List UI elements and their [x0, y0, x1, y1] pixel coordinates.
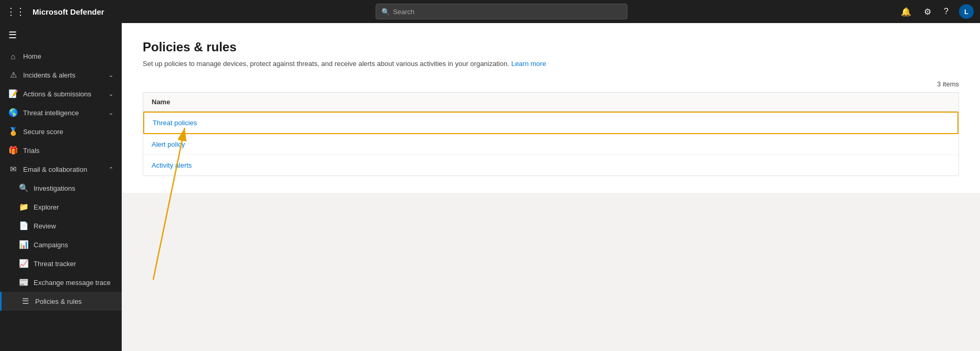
table-header: Name	[143, 93, 958, 112]
sidebar-label-email: Email & collaboration	[23, 166, 103, 173]
incidents-icon: ⚠	[8, 70, 18, 80]
chevron-down-icon-threat: ⌄	[109, 109, 113, 116]
brand-name: Microsoft Defender	[33, 7, 104, 16]
sidebar-label-incidents: Incidents & alerts	[23, 71, 103, 79]
sidebar-item-secure-score[interactable]: 🏅 Secure score	[0, 122, 122, 141]
sidebar-label-explorer: Explorer	[34, 203, 113, 211]
chevron-down-icon: ⌄	[109, 72, 113, 79]
sidebar-item-trials[interactable]: 🎁 Trials	[0, 141, 122, 160]
investigations-icon: 🔍	[19, 183, 28, 193]
sidebar-label-investigations: Investigations	[34, 184, 113, 192]
row-cell-alert-policy: Alert policy	[152, 140, 185, 148]
column-header-name: Name	[152, 98, 170, 106]
trials-icon: 🎁	[8, 146, 18, 155]
explorer-icon: 📁	[19, 202, 28, 212]
sidebar-item-threat-tracker[interactable]: 📈 Threat tracker	[0, 254, 122, 273]
topbar: ⋮⋮ Microsoft Defender 🔍 🔔 ⚙ ? L	[0, 0, 980, 23]
avatar[interactable]: L	[959, 4, 974, 19]
search-container: 🔍	[140, 4, 863, 19]
sidebar-label-review: Review	[34, 222, 113, 230]
main-wrapper: Policies & rules Set up policies to mana…	[122, 23, 980, 351]
sidebar-item-investigations[interactable]: 🔍 Investigations	[0, 179, 122, 198]
notification-button[interactable]: 🔔	[899, 5, 913, 19]
table-row-alert-policy[interactable]: Alert policy	[143, 134, 958, 155]
table-row-activity-alerts[interactable]: Activity alerts	[143, 155, 958, 176]
sidebar-item-incidents[interactable]: ⚠ Incidents & alerts ⌄	[0, 65, 122, 84]
sidebar-label-policies: Policies & rules	[35, 298, 113, 305]
sidebar-label-home: Home	[23, 52, 113, 60]
home-icon: ⌂	[8, 52, 18, 61]
exchange-icon: 📰	[19, 278, 28, 287]
sidebar-item-threat-intel[interactable]: 🌎 Threat intelligence ⌄	[0, 103, 122, 122]
search-box[interactable]: 🔍	[376, 4, 627, 19]
sidebar-item-email-collab[interactable]: ✉ Email & collaboration ⌃	[0, 160, 122, 179]
threat-tracker-icon: 📈	[19, 259, 28, 268]
row-cell-activity-alerts: Activity alerts	[152, 161, 192, 169]
topbar-actions: 🔔 ⚙ ? L	[899, 4, 974, 19]
secure-score-icon: 🏅	[8, 127, 18, 136]
sidebar-item-exchange[interactable]: 📰 Exchange message trace	[0, 273, 122, 292]
campaigns-icon: 📊	[19, 240, 28, 249]
sidebar-label-threat-tracker: Threat tracker	[34, 260, 113, 268]
review-icon: 📄	[19, 221, 28, 231]
learn-more-link[interactable]: Learn more	[511, 60, 546, 68]
policy-table: Name Threat policies Alert policy Activi…	[143, 92, 959, 176]
sidebar-item-actions[interactable]: 📝 Actions & submissions ⌄	[0, 84, 122, 103]
main-content: Policies & rules Set up policies to mana…	[122, 23, 980, 193]
chevron-up-icon: ⌃	[109, 166, 113, 173]
sidebar-label-exchange: Exchange message trace	[34, 279, 113, 287]
threat-intel-icon: 🌎	[8, 108, 18, 117]
help-button[interactable]: ?	[942, 5, 951, 18]
table-row-threat-policies[interactable]: Threat policies	[143, 112, 958, 134]
layout: ☰ ⌂ Home ⚠ Incidents & alerts ⌄ 📝 Action…	[0, 23, 980, 351]
sidebar-label-secure-score: Secure score	[23, 128, 113, 136]
sidebar-item-review[interactable]: 📄 Review	[0, 216, 122, 235]
search-input[interactable]	[393, 8, 622, 16]
row-cell-threat-policies: Threat policies	[153, 119, 197, 127]
sidebar-item-explorer[interactable]: 📁 Explorer	[0, 198, 122, 216]
sidebar-hamburger[interactable]: ☰	[0, 23, 122, 47]
items-count: 3 items	[143, 80, 959, 88]
settings-button[interactable]: ⚙	[922, 5, 933, 19]
email-icon: ✉	[8, 164, 18, 174]
grid-icon[interactable]: ⋮⋮	[6, 6, 25, 17]
sidebar-label-threat-intel: Threat intelligence	[23, 109, 103, 117]
sidebar-label-trials: Trials	[23, 147, 113, 155]
search-icon: 🔍	[381, 8, 390, 16]
policies-icon: ☰	[20, 297, 30, 306]
sidebar-item-campaigns[interactable]: 📊 Campaigns	[0, 235, 122, 254]
page-description: Set up policies to manage devices, prote…	[143, 60, 959, 68]
sidebar-label-actions: Actions & submissions	[23, 90, 103, 98]
page-title: Policies & rules	[143, 40, 959, 54]
actions-icon: 📝	[8, 89, 18, 98]
sidebar-item-home[interactable]: ⌂ Home	[0, 47, 122, 65]
sidebar-label-campaigns: Campaigns	[34, 241, 113, 249]
chevron-down-icon-actions: ⌄	[109, 91, 113, 97]
sidebar: ☰ ⌂ Home ⚠ Incidents & alerts ⌄ 📝 Action…	[0, 23, 122, 351]
sidebar-item-policies-rules[interactable]: ☰ Policies & rules	[0, 292, 122, 311]
